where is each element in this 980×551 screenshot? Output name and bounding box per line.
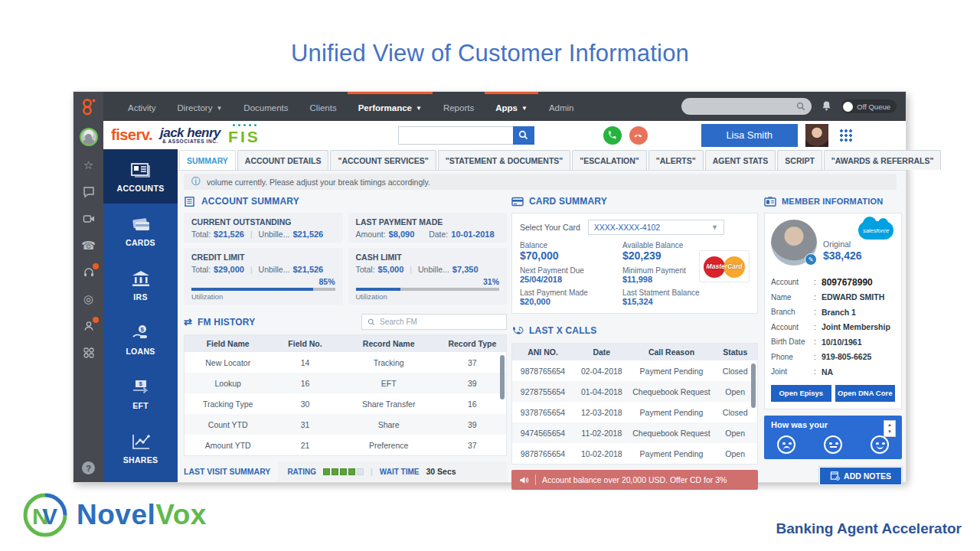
table-row[interactable]: 987876565410-02-2018Payment PendingOpen (512, 443, 757, 464)
search-button[interactable] (513, 126, 534, 145)
credit-utilization-bar: 85% Utilization (191, 277, 335, 301)
nav-item-documents[interactable]: Documents (233, 92, 299, 121)
video-icon[interactable] (81, 211, 96, 227)
nav-item-activity[interactable]: Activity (117, 92, 166, 121)
banking-dashboard: ☆ ☎ ◎ ? Activity (74, 92, 906, 482)
agent-avatar[interactable] (805, 124, 828, 147)
sidebar-item-eft[interactable]: $ EFT (103, 367, 178, 421)
agent-name-button[interactable]: Lisa Smith (701, 124, 798, 147)
table-row[interactable]: Tracking Type30Share Transfer16 (185, 393, 506, 414)
tab-script[interactable]: SCRIPT (777, 150, 822, 170)
table-row[interactable]: 987876565402-04-2018Payment PendingClose… (512, 360, 757, 381)
stat-cash-limit: CASH LIMIT Total:$5,000 | Unbille...$7,3… (348, 248, 508, 305)
tab-agent-stats[interactable]: AGENT STATS (705, 150, 776, 170)
waffle-menu-icon[interactable] (839, 129, 852, 142)
member-field-membership: Account:Joint Membership (771, 320, 895, 335)
open-episys-button[interactable]: Open Episys (771, 385, 831, 402)
fm-search-input[interactable] (380, 318, 487, 326)
neutral-face-icon[interactable] (824, 435, 842, 454)
sidebar-item-loans[interactable]: $ LOANS (103, 312, 178, 367)
tab-escalation[interactable]: "ESCALATION" (572, 150, 646, 170)
sidebar-item-shares[interactable]: SHARES (103, 421, 178, 475)
happy-face-icon[interactable] (871, 435, 889, 454)
status-badge: Open (713, 449, 757, 458)
table-row[interactable]: New Locator14Tracking37 (185, 352, 506, 373)
note-icon (830, 471, 840, 481)
bell-icon[interactable] (821, 99, 832, 113)
novelvox-mark-icon: N V (21, 491, 69, 539)
card-select-dropdown[interactable]: XXXX-XXXX-4102 ▼ (588, 220, 724, 235)
edit-icon[interactable]: ✎ (805, 253, 817, 266)
help-icon[interactable]: ? (82, 461, 95, 474)
column-header: ANI NO. (512, 347, 573, 357)
tab-bar: SUMMARY ACCOUNT DETAILS "ACCOUNT SERVICE… (178, 149, 906, 171)
card-stat-last-payment-made: Last Payment Made $20,000 (520, 289, 622, 306)
salesforce-logo: salesforce (858, 221, 893, 240)
scrollbar-thumb[interactable] (751, 364, 756, 408)
tab-alerts[interactable]: "ALERTS" (648, 150, 704, 170)
table-row[interactable]: 947456565411-02-2018Chequebook RequestOp… (512, 422, 757, 443)
svg-text:$: $ (139, 278, 142, 283)
status-badge: Closed (713, 408, 757, 417)
top-navbar: Activity Directory▼ Documents Clients Pe… (103, 92, 906, 121)
table-row[interactable]: 937876565412-03-2018Payment PendingClose… (512, 402, 757, 422)
card-summary-header: CARD SUMMARY (511, 194, 758, 209)
tab-awards-referrals[interactable]: "AWARDS & REFERRALS" (824, 150, 942, 170)
global-search-input[interactable] (681, 98, 812, 115)
nav-item-admin[interactable]: Admin (538, 92, 585, 121)
status-badge: Open (713, 429, 757, 438)
chevron-down-icon: ▼ (711, 223, 718, 231)
nav-item-apps[interactable]: Apps▼ (485, 92, 538, 121)
scrollbar-thumb[interactable] (500, 355, 505, 399)
nav-item-reports[interactable]: Reports (433, 92, 485, 121)
tab-account-services[interactable]: "ACCOUNT SERVICES" (330, 150, 436, 170)
nav-item-directory[interactable]: Directory▼ (166, 92, 233, 121)
sad-face-icon[interactable] (777, 435, 795, 454)
cards-icon (129, 215, 152, 233)
rail-avatar[interactable] (80, 128, 98, 146)
fm-search-box[interactable] (361, 314, 507, 330)
hangup-call-button[interactable] (629, 126, 648, 145)
table-row[interactable]: Count YTD31Share39 (185, 414, 506, 435)
fis-logo: FIS (228, 125, 260, 146)
feedback-stepper[interactable]: ▲▼ (884, 420, 896, 437)
sidebar-item-irs[interactable]: $ IRS (103, 258, 178, 312)
table-row[interactable]: Lookup16EFT39 (185, 373, 506, 393)
nav-item-clients[interactable]: Clients (299, 92, 348, 121)
apps-grid-icon[interactable] (81, 345, 96, 360)
loan-icon: $ (129, 324, 152, 342)
customer-search-input[interactable] (398, 126, 513, 145)
off-queue-toggle[interactable]: Off Queue (841, 99, 897, 113)
chevron-down-icon: ▼ (521, 105, 528, 112)
notification-dot (93, 263, 99, 269)
sidebar-item-accounts[interactable]: ACCOUNTS (103, 149, 178, 204)
card-summary-column: CARD SUMMARY Select Your Card XXXX-XXXX-… (511, 194, 758, 490)
member-info-header: MEMBER INFORMATION (764, 194, 902, 209)
tab-account-details[interactable]: ACCOUNT DETAILS (237, 150, 329, 170)
credit-card-icon (511, 197, 524, 207)
chat-icon[interactable] (81, 184, 96, 200)
contact-icon[interactable] (81, 318, 96, 334)
target-icon[interactable]: ◎ (81, 292, 96, 307)
id-badge-icon (764, 197, 776, 207)
tab-statement-documents[interactable]: "STATEMENT & DOCUMENTS" (438, 150, 571, 170)
member-field-branch: Branch:Branch 1 (771, 305, 895, 320)
open-dna-core-button[interactable]: Open DNA Core (835, 385, 896, 402)
nav-item-performance[interactable]: Performance▼ (348, 92, 433, 121)
add-notes-button[interactable]: ADD NOTES (819, 467, 902, 485)
table-row[interactable]: 927875565401-04-2018Chequebook RequestOp… (512, 381, 757, 402)
favorites-icon[interactable]: ☆ (81, 158, 96, 173)
column-header: Field No. (271, 339, 338, 348)
notification-dot (93, 317, 99, 323)
hangup-icon (633, 130, 643, 140)
card-stat-available-balance: Available Balance $20,239 (622, 241, 700, 262)
member-field-joint: Joint:NA (771, 364, 895, 380)
mastercard-logo: MasterCard (699, 250, 750, 282)
sidebar-item-cards[interactable]: CARDS (103, 204, 178, 258)
bank-icon: $ (129, 269, 152, 288)
table-row[interactable]: Amount YTD21Preference37 (185, 435, 506, 455)
headset-icon[interactable] (81, 265, 96, 280)
tab-summary[interactable]: SUMMARY (179, 150, 236, 170)
phone-icon[interactable]: ☎ (81, 238, 96, 253)
answer-call-button[interactable] (603, 126, 622, 145)
